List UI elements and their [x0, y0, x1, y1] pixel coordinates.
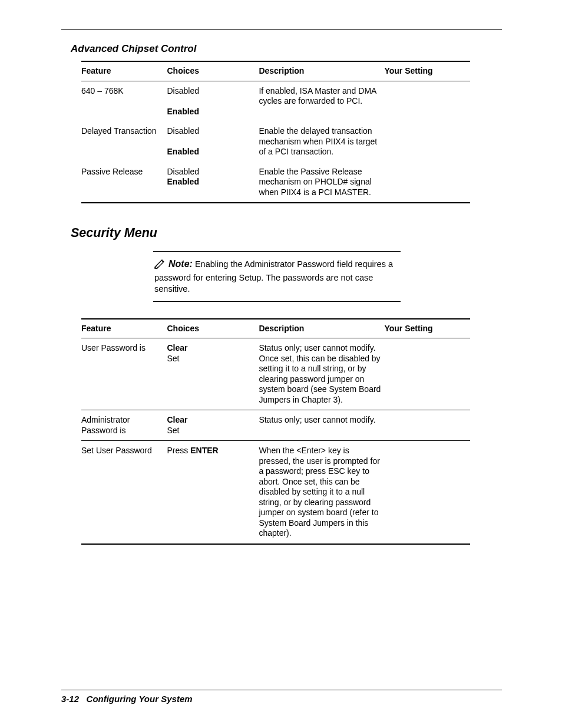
cell-description: Enable the delayed transaction mechanism…: [259, 121, 384, 162]
choice-default: Enabled: [167, 107, 199, 116]
page-content: Advanced Chipset Control Feature Choices…: [61, 30, 502, 545]
section-heading-advanced: Advanced Chipset Control: [71, 43, 492, 55]
choice-prefix: Press: [167, 446, 191, 455]
col-header-feature: Feature: [81, 319, 167, 338]
col-header-choices: Choices: [167, 319, 259, 338]
col-header-description: Description: [259, 61, 384, 81]
choice-plain: Disabled: [167, 167, 199, 176]
pencil-icon: [154, 259, 167, 272]
advanced-chipset-table: Feature Choices Description Your Setting…: [81, 61, 470, 203]
cell-choices: Disabled Enabled: [167, 81, 259, 121]
col-header-setting: Your Setting: [384, 319, 470, 338]
cell-feature: User Password is: [81, 338, 167, 410]
choice-default: Enabled: [167, 177, 199, 186]
table-row: Set User Password Press ENTER When the <…: [81, 441, 470, 544]
cell-choices: Disabled Enabled: [167, 121, 259, 162]
cell-setting: [384, 162, 470, 203]
section-heading-security: Security Menu: [71, 226, 492, 241]
choice-plain: Set: [167, 354, 180, 363]
table-row: User Password is Clear Set Status only; …: [81, 338, 470, 410]
cell-setting: [384, 441, 470, 544]
col-header-choices: Choices: [167, 61, 259, 81]
cell-choices: Disabled Enabled: [167, 162, 259, 203]
cell-description: Enable the Passive Release mechanism on …: [259, 162, 384, 203]
table-row: Passive Release Disabled Enabled Enable …: [81, 162, 470, 203]
choice-default: Clear: [167, 415, 188, 424]
page-frame: Advanced Chipset Control Feature Choices…: [61, 29, 502, 701]
cell-description: Status only; user cannot modify.: [259, 410, 384, 441]
choice-default: Clear: [167, 343, 188, 353]
cell-feature: 640 – 768K: [81, 81, 167, 121]
col-header-feature: Feature: [81, 61, 167, 81]
cell-feature: Delayed Transaction: [81, 121, 167, 162]
cell-choices: Press ENTER: [167, 441, 259, 544]
security-menu-table: Feature Choices Description Your Setting…: [81, 318, 470, 545]
choice-plain: Disabled: [167, 126, 199, 136]
table-header-row: Feature Choices Description Your Setting: [81, 61, 470, 81]
footer-section-label: Configuring Your System: [87, 694, 193, 704]
cell-setting: [384, 338, 470, 410]
cell-feature: Set User Password: [81, 441, 167, 544]
note-callout: Note: Enabling the Administrator Passwor…: [153, 251, 401, 302]
choice-default: Enabled: [167, 147, 199, 156]
table-row: 640 – 768K Disabled Enabled If enabled, …: [81, 81, 470, 121]
col-header-description: Description: [259, 319, 384, 338]
page-footer: 3-12 Configuring Your System: [61, 690, 502, 704]
cell-feature: Passive Release: [81, 162, 167, 203]
table-header-row: Feature Choices Description Your Setting: [81, 319, 470, 338]
choice-plain: Set: [167, 426, 180, 435]
table-row: Delayed Transaction Disabled Enabled Ena…: [81, 121, 470, 162]
choice-plain: Disabled: [167, 86, 199, 95]
cell-setting: [384, 121, 470, 162]
cell-description: If enabled, ISA Master and DMA cycles ar…: [259, 81, 384, 121]
choice-key: ENTER: [190, 446, 218, 455]
note-label: Note:: [168, 259, 193, 269]
cell-choices: Clear Set: [167, 410, 259, 441]
cell-choices: Clear Set: [167, 338, 259, 410]
footer-page-number: 3-12: [61, 694, 79, 704]
cell-description: Status only; user cannot modify. Once se…: [259, 338, 384, 410]
cell-description: When the <Enter> key is pressed, the use…: [259, 441, 384, 544]
cell-feature: Administrator Password is: [81, 410, 167, 441]
col-header-setting: Your Setting: [384, 61, 470, 81]
cell-setting: [384, 81, 470, 121]
table-row: Administrator Password is Clear Set Stat…: [81, 410, 470, 441]
cell-setting: [384, 410, 470, 441]
